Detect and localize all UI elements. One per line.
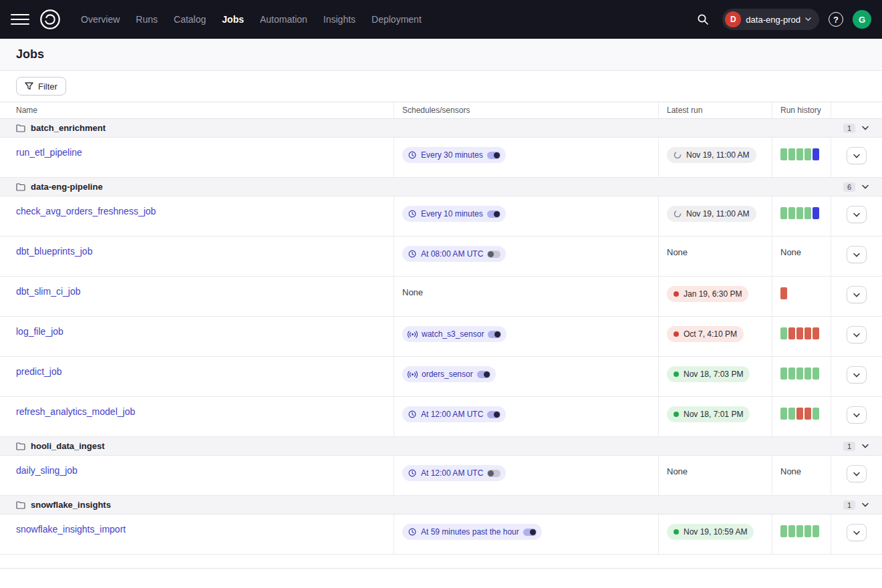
- run-history-block[interactable]: [804, 525, 811, 537]
- run-history-block[interactable]: [813, 408, 819, 420]
- run-history-block[interactable]: [780, 287, 787, 299]
- job-link[interactable]: predict_job: [16, 366, 62, 377]
- nav-item-overview[interactable]: Overview: [74, 9, 127, 30]
- run-history-block[interactable]: [780, 327, 787, 339]
- expand-row-button[interactable]: [847, 206, 867, 223]
- expand-row-button[interactable]: [847, 465, 867, 482]
- expand-row-button[interactable]: [847, 524, 867, 541]
- schedule-toggle[interactable]: [487, 411, 500, 418]
- expand-row-button[interactable]: [847, 147, 867, 164]
- expand-row-button[interactable]: [847, 326, 867, 343]
- nav-item-jobs[interactable]: Jobs: [214, 9, 251, 30]
- nav-item-catalog[interactable]: Catalog: [166, 9, 213, 30]
- job-link[interactable]: dbt_slim_ci_job: [16, 286, 81, 297]
- nav-item-automation[interactable]: Automation: [253, 9, 315, 30]
- nav-item-insights[interactable]: Insights: [316, 9, 363, 30]
- schedule-toggle[interactable]: [488, 331, 501, 338]
- run-history-block[interactable]: [804, 207, 811, 219]
- schedule-badge[interactable]: At 59 minutes past the hour: [402, 524, 542, 540]
- dagster-logo-icon[interactable]: [37, 7, 63, 32]
- run-history-block[interactable]: [804, 368, 811, 380]
- filter-button[interactable]: Filter: [16, 77, 66, 96]
- run-history-block[interactable]: [780, 368, 787, 380]
- latest-run-badge[interactable]: Nov 19, 11:00 AM: [667, 147, 756, 163]
- run-history-block[interactable]: [796, 207, 803, 219]
- group-collapse-button[interactable]: [861, 124, 870, 132]
- run-history-block[interactable]: [796, 148, 803, 160]
- run-history-block[interactable]: [813, 327, 819, 339]
- schedule-badge[interactable]: At 12:00 AM UTC: [402, 465, 506, 481]
- deployment-switcher[interactable]: D data-eng-prod: [722, 9, 819, 30]
- run-history-block[interactable]: [788, 525, 795, 537]
- run-history-block[interactable]: [804, 327, 811, 339]
- group-collapse-button[interactable]: [861, 183, 870, 190]
- run-history-block[interactable]: [813, 148, 819, 160]
- run-history-block[interactable]: [813, 368, 819, 380]
- latest-run-badge[interactable]: Nov 19, 11:00 AM: [667, 206, 756, 222]
- schedule-badge[interactable]: At 08:00 AM UTC: [402, 246, 506, 262]
- expand-row-button[interactable]: [847, 286, 867, 303]
- folder-icon: [16, 442, 25, 450]
- job-group-row[interactable]: batch_enrichment 1: [0, 119, 882, 138]
- job-link[interactable]: daily_sling_job: [16, 465, 78, 476]
- run-history-block[interactable]: [788, 408, 795, 420]
- schedule-badge[interactable]: Every 10 minutes: [402, 206, 506, 222]
- run-history-block[interactable]: [788, 327, 795, 339]
- run-history-block[interactable]: [796, 327, 803, 339]
- latest-run-none: None: [667, 465, 688, 476]
- job-link[interactable]: dbt_blueprints_job: [16, 246, 92, 257]
- schedule-toggle[interactable]: [487, 210, 500, 218]
- latest-run-badge[interactable]: Jan 19, 6:30 PM: [667, 286, 748, 302]
- latest-run-badge[interactable]: Oct 7, 4:10 PM: [667, 326, 744, 342]
- expand-row-button[interactable]: [847, 366, 867, 384]
- help-icon[interactable]: ?: [829, 12, 843, 27]
- schedule-toggle[interactable]: [487, 470, 500, 477]
- run-history-block[interactable]: [796, 408, 803, 420]
- group-collapse-button[interactable]: [861, 442, 870, 450]
- job-group-row[interactable]: data-eng-pipeline 6: [0, 178, 882, 196]
- run-history-block[interactable]: [813, 207, 819, 219]
- user-avatar[interactable]: G: [853, 10, 871, 29]
- job-link[interactable]: refresh_analytics_model_job: [16, 406, 135, 417]
- run-history-block[interactable]: [813, 525, 819, 537]
- spinner-icon: [674, 151, 682, 159]
- schedule-badge[interactable]: At 12:00 AM UTC: [402, 406, 506, 422]
- schedule-badge[interactable]: watch_s3_sensor: [402, 326, 506, 342]
- run-history-block[interactable]: [804, 408, 811, 420]
- run-history-block[interactable]: [788, 207, 795, 219]
- run-history-block[interactable]: [780, 207, 787, 219]
- job-group-row[interactable]: hooli_data_ingest 1: [0, 437, 882, 456]
- job-link[interactable]: run_etl_pipeline: [16, 147, 82, 158]
- expand-row-button[interactable]: [847, 246, 867, 263]
- group-collapse-button[interactable]: [861, 501, 870, 508]
- menu-icon[interactable]: [11, 10, 29, 29]
- search-icon[interactable]: [693, 9, 713, 29]
- job-link[interactable]: check_avg_orders_freshness_job: [16, 206, 156, 216]
- job-link[interactable]: log_file_job: [16, 326, 63, 337]
- chevron-down-icon: [853, 373, 860, 378]
- run-history-block[interactable]: [780, 408, 787, 420]
- run-history-block[interactable]: [788, 148, 795, 160]
- run-history-block[interactable]: [804, 148, 811, 160]
- expand-row-button[interactable]: [847, 406, 867, 424]
- chevron-down-icon: [853, 212, 860, 217]
- run-history-block[interactable]: [796, 525, 803, 537]
- latest-run-badge[interactable]: Nov 19, 10:59 AM: [667, 524, 754, 540]
- schedule-toggle[interactable]: [477, 371, 490, 378]
- schedule-badge[interactable]: orders_sensor: [402, 366, 496, 382]
- run-history-block[interactable]: [780, 525, 787, 537]
- job-group-row[interactable]: snowflake_insights 1: [0, 496, 882, 514]
- latest-run-badge[interactable]: Nov 18, 7:01 PM: [667, 406, 750, 422]
- page-title: Jobs: [16, 47, 44, 61]
- run-history-block[interactable]: [780, 148, 787, 160]
- job-link[interactable]: snowflake_insights_import: [16, 524, 126, 535]
- schedule-toggle[interactable]: [523, 529, 537, 536]
- run-history-block[interactable]: [796, 368, 803, 380]
- nav-item-runs[interactable]: Runs: [128, 9, 165, 30]
- schedule-badge[interactable]: Every 30 minutes: [402, 147, 506, 163]
- schedule-toggle[interactable]: [487, 251, 500, 258]
- nav-item-deployment[interactable]: Deployment: [364, 9, 429, 30]
- schedule-toggle[interactable]: [487, 152, 500, 159]
- run-history-block[interactable]: [788, 368, 795, 380]
- latest-run-badge[interactable]: Nov 18, 7:03 PM: [667, 366, 750, 382]
